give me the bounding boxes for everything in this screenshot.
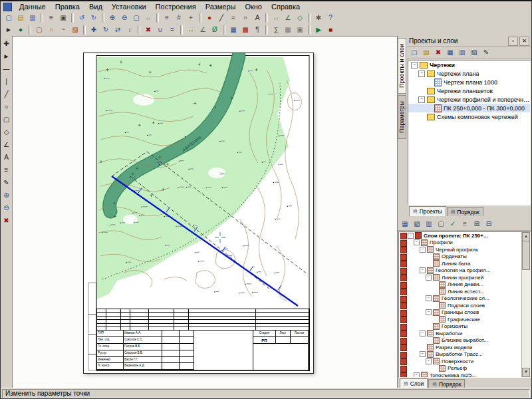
pick-tool-icon[interactable]: ► [1,51,13,63]
menu-item-6[interactable]: Окно [240,2,267,11]
color-picker-icon[interactable]: ▩ [239,24,251,36]
layer-check-icon[interactable]: ✓ [447,218,459,230]
layers-tab-1[interactable]: Порядок [428,379,465,388]
zoom-out-side-icon[interactable]: ⊖ [1,202,13,214]
preview-icon[interactable]: ▣ [57,12,69,24]
tree-item[interactable]: −Геология на профил... [399,267,530,275]
save-document-icon[interactable]: ▥ [27,12,39,24]
collapse-icon[interactable]: − [414,372,420,378]
style-manager-icon[interactable]: ¶ [251,24,263,36]
scale-tool-icon[interactable]: ↕ [124,24,136,36]
collapse-icon[interactable]: − [418,96,425,103]
open-document-icon[interactable]: ▤ [15,12,27,24]
collapse-icon[interactable]: − [426,309,432,315]
circle-tool-icon[interactable]: ○ [239,12,251,24]
join-tool-icon[interactable]: ∪ [154,24,166,36]
dim-angular-icon[interactable]: ∠ [197,24,209,36]
rectangle-tool-icon[interactable]: ▢ [33,24,45,36]
edit-project-icon[interactable]: ✎ [480,47,492,59]
calculate-icon[interactable]: ∑ [270,24,282,36]
layer-list-icon[interactable]: ≡ [459,218,471,230]
collapse-icon[interactable]: − [420,247,426,253]
menu-item-2[interactable]: Вид [84,2,107,11]
tree-item[interactable]: Ординаты [399,253,530,261]
float-button[interactable]: ▫ [508,37,518,46]
pan-icon[interactable]: ↔ [142,12,154,24]
collapse-icon[interactable]: − [418,70,425,77]
collapse-icon[interactable]: − [426,295,432,301]
new-project-icon[interactable]: ▢ [408,47,420,59]
hatch-tool-icon[interactable]: ▨ [69,24,81,36]
zoom-in-icon[interactable]: ⊕ [106,12,118,24]
select-cursor-icon[interactable]: ► [3,24,15,36]
diagonal-tool-icon[interactable]: ╱ [1,88,13,100]
project-doc-icon[interactable]: ▥ [456,47,468,59]
projects-tab-1[interactable]: Порядок [447,207,483,216]
tree-item[interactable]: −Линии профилей [399,274,530,281]
measure-length-icon[interactable]: ↔ [270,12,282,24]
rect-build-icon[interactable]: ▢ [1,114,13,126]
project-props-icon[interactable]: ▦ [444,47,456,59]
layer-grid-icon[interactable]: ▦ [399,218,411,230]
delete-project-icon[interactable]: ✖ [432,47,444,59]
menu-item-0[interactable]: Данные [15,2,51,11]
tree-item[interactable]: Горизонты [399,323,530,331]
circle-build-icon[interactable]: ○ [1,101,13,113]
tree-item[interactable]: Графические [399,316,530,323]
tree-item[interactable]: Линия естест... [399,288,530,295]
layers-list-icon[interactable]: ≡ [161,12,173,24]
collapse-icon[interactable]: − [414,239,420,245]
menu-item-1[interactable]: Правка [51,2,84,11]
collapse-icon[interactable]: − [420,351,426,357]
hline-tool-icon[interactable]: — [1,63,13,75]
tree-item[interactable]: −Поверхности [399,358,530,365]
undo-icon[interactable]: ↺ [76,12,88,24]
table-tool-icon[interactable]: ▦ [282,24,294,36]
measure-area-icon[interactable]: ◇ [294,12,306,24]
vline-tool-icon[interactable]: | [1,76,13,88]
vertical-tab-1[interactable]: Параметры [398,95,406,139]
tree-item[interactable]: Линия быта [399,260,530,267]
menu-item-3[interactable]: Установки [107,2,151,11]
projects-tab-0[interactable]: Проекты [409,206,446,216]
stop-icon[interactable]: ■ [325,24,336,36]
tree-item[interactable]: Схемы компоновок чертежей [408,112,530,121]
image-tool-icon[interactable]: ▣ [294,24,306,36]
print-icon[interactable]: ≡ [45,12,57,24]
zoom-in-side-icon[interactable]: ⊕ [1,190,13,201]
tree-item[interactable]: Линия дневн... [399,281,530,289]
tree-item[interactable]: −Профили [399,239,530,247]
spline-tool-icon[interactable]: ~ [57,24,69,36]
collapse-icon[interactable]: − [408,233,414,239]
tree-item[interactable]: Рельеф [399,365,530,372]
tree-item[interactable]: −Слои проекта: ПК 250+... [399,232,530,239]
collapse-icon[interactable]: − [426,358,432,364]
tree-item[interactable]: −Выработки [399,330,530,337]
help-icon[interactable]: ? [325,12,336,24]
tree-item[interactable]: ПК 250+0,000 - ПК 300+0,000 [408,104,530,112]
close-button[interactable]: ✕ [519,37,529,46]
delete-side-icon[interactable]: ✖ [1,215,13,227]
erase-tool-icon[interactable]: ✖ [142,24,154,36]
redo-icon[interactable]: ↻ [88,12,100,24]
expand-all-icon[interactable]: ⊞ [471,218,483,230]
open-project-icon[interactable]: ▤ [420,47,432,59]
layers-tab-0[interactable]: Слои [400,378,428,388]
collapse-all-icon[interactable]: ⊟ [483,218,495,230]
tree-item[interactable]: −Черный профиль [399,246,530,253]
collapse-icon[interactable]: − [420,267,426,273]
line-tool-icon[interactable]: ╱ [215,12,227,24]
measure-angle-icon[interactable]: ∠ [282,12,294,24]
tree-item[interactable]: −Геологические сл... [399,295,530,303]
tree-item[interactable]: −Выработки Трасс... [399,351,530,358]
zoom-window-icon[interactable]: ▢ [130,12,142,24]
ellipse-tool-icon[interactable]: ○ [45,24,57,36]
collapse-icon[interactable]: − [426,275,432,281]
curve-tool-icon[interactable]: ≈ [227,12,239,24]
grid-toggle-icon[interactable]: # [173,12,185,24]
rhomb-build-icon[interactable]: ◇ [1,126,13,138]
settings-icon[interactable]: ✱ [313,12,325,24]
tree-item[interactable]: −Чертежи плана [408,69,530,78]
zoom-out-icon[interactable]: ⊖ [118,12,130,24]
text-tool-icon[interactable]: А [251,12,263,24]
